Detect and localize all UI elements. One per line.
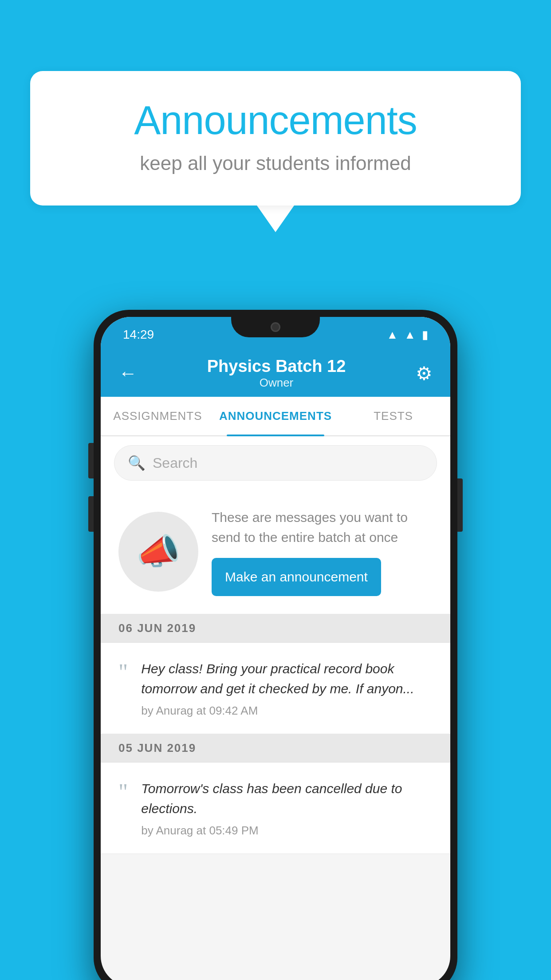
volume-up-button	[88, 443, 94, 478]
bubble-title: Announcements	[66, 98, 485, 143]
promo-card: 📣 These are messages you want to send to…	[101, 490, 450, 614]
batch-name: Physics Batch 12	[207, 357, 346, 376]
announcement-text-1: Hey class! Bring your practical record b…	[141, 659, 433, 699]
settings-icon[interactable]: ⚙	[416, 363, 433, 384]
tab-assignments[interactable]: ASSIGNMENTS	[101, 397, 215, 435]
header-title-group: Physics Batch 12 Owner	[207, 357, 346, 390]
announcement-meta-1: by Anurag at 09:42 AM	[141, 704, 433, 718]
phone-notch	[231, 317, 320, 337]
announcement-item-2: " Tomorrow's class has been cancelled du…	[101, 763, 450, 854]
quote-icon-2: "	[118, 783, 128, 802]
app-header: ← Physics Batch 12 Owner ⚙	[101, 348, 450, 397]
search-icon: 🔍	[128, 454, 146, 471]
front-camera	[271, 322, 280, 332]
announcement-content-1: Hey class! Bring your practical record b…	[141, 659, 433, 718]
date-separator-2: 05 JUN 2019	[101, 734, 450, 763]
bubble-subtitle: keep all your students informed	[66, 152, 485, 174]
promo-icon-circle: 📣	[118, 512, 198, 592]
battery-icon: ▮	[422, 328, 428, 342]
date-separator-1: 06 JUN 2019	[101, 614, 450, 643]
tab-announcements[interactable]: ANNOUNCEMENTS	[215, 397, 336, 435]
announcement-content-2: Tomorrow's class has been cancelled due …	[141, 778, 433, 838]
promo-description: These are messages you want to send to t…	[212, 507, 433, 547]
search-bar[interactable]: 🔍 Search	[114, 445, 437, 481]
tab-tests[interactable]: TESTS	[336, 397, 450, 435]
bubble-arrow	[257, 205, 294, 232]
volume-down-button	[88, 496, 94, 532]
back-button[interactable]: ←	[118, 363, 137, 384]
search-placeholder: Search	[153, 455, 197, 471]
announcement-meta-2: by Anurag at 05:49 PM	[141, 824, 433, 838]
quote-icon-1: "	[118, 663, 128, 682]
tab-bar: ASSIGNMENTS ANNOUNCEMENTS TESTS	[101, 397, 450, 436]
megaphone-icon: 📣	[136, 531, 181, 573]
status-time: 14:29	[123, 328, 154, 342]
signal-icon: ▲	[404, 328, 416, 342]
announcement-text-2: Tomorrow's class has been cancelled due …	[141, 778, 433, 818]
make-announcement-button[interactable]: Make an announcement	[212, 558, 381, 596]
wifi-icon: ▲	[387, 328, 398, 342]
search-container: 🔍 Search	[101, 436, 450, 490]
phone-screen: 14:29 ▲ ▲ ▮ ← Physics Batch 12 Owner ⚙ A…	[101, 317, 450, 980]
speech-bubble-section: Announcements keep all your students inf…	[30, 71, 521, 232]
status-icons: ▲ ▲ ▮	[387, 328, 428, 342]
speech-bubble: Announcements keep all your students inf…	[30, 71, 521, 205]
phone-frame: 14:29 ▲ ▲ ▮ ← Physics Batch 12 Owner ⚙ A…	[94, 310, 457, 980]
power-button	[457, 478, 463, 532]
promo-content: These are messages you want to send to t…	[212, 507, 433, 596]
announcement-item-1: " Hey class! Bring your practical record…	[101, 643, 450, 734]
user-role: Owner	[207, 376, 346, 390]
